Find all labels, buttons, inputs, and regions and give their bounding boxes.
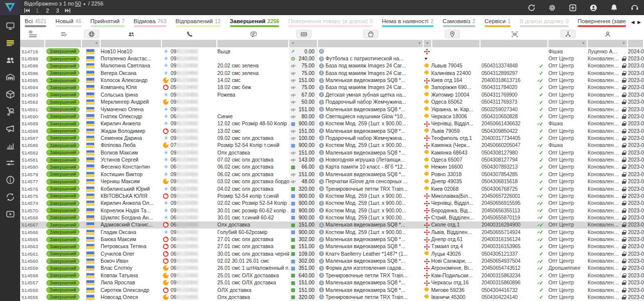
comment-column-icon[interactable] [248,30,259,38]
support-headset-icon[interactable] [630,4,639,12]
filter-cell[interactable] [217,40,288,47]
table-row[interactable]: 514590ЗавершенийГнатюк Олексндр068123456… [20,113,644,120]
table-row[interactable]: 514594ЗавершенийКомпанец Юля05812345618.… [20,84,644,91]
tabs-prev-icon[interactable]: ◀ [631,20,634,25]
table-row[interactable]: 514581ЗавершенийУстинов Сергей0681234560… [20,156,644,163]
status-column-icon[interactable] [58,30,69,38]
tab-Всі[interactable]: Всі4521 [20,15,51,29]
filter-cell[interactable]: ▼ [82,40,100,47]
tab-В дорозі додому[interactable]: В дорозі додому0 [515,15,573,29]
sidebar-item-purchases[interactable] [6,107,15,116]
settings-gear-icon[interactable] [548,4,556,12]
page-number-3[interactable]: 3 [56,8,59,14]
client-name-icon[interactable] [126,30,137,38]
tab-Повернення товару (в дорозі)[interactable]: Повернення товару (в дорозі)0 [284,15,377,29]
sidebar-item-products[interactable] [6,90,15,99]
table-row[interactable]: 514580ЗавершенийФесенко Константин068123… [20,164,644,171]
page-size-dropdown[interactable]: 50 [75,1,81,7]
table-row[interactable]: 514567ЗавершенийАдамовский Станис...0681… [20,221,644,229]
table-row[interactable]: 514576ЗавершенийКобилинський Юрий0681234… [20,185,644,192]
filter-cell[interactable]: ▼ [318,40,423,47]
table-row[interactable]: 514598ЗавершенийМалютина Светлана0981234… [20,62,644,69]
filter-cell[interactable] [432,40,479,47]
table-row[interactable]: 514560ЗавершенийБокоч Иван09812345602.02… [20,257,644,264]
table-row[interactable]: 514586ЗавершенийФіліпова Люба078123456Ро… [20,142,644,149]
tab-Нема в наявності[interactable]: Нема в наявності2 [377,15,438,29]
sidebar-item-dashboard[interactable] [6,21,15,31]
tab-Відмова[interactable]: Відмова763 [129,15,171,29]
table-row[interactable]: 514575ЗавершенийКВІТОВСЬКА ЮЛІЯ098123456… [20,192,644,199]
filter-cell[interactable] [628,40,643,47]
filter-cell[interactable] [162,40,216,47]
filter-cell[interactable] [101,40,161,47]
date-column-icon[interactable] [630,30,641,38]
tracking-barcode-icon[interactable] [509,30,520,38]
page-number-1[interactable]: 1 [36,8,39,14]
source-column-icon[interactable] [560,30,576,38]
notifications-bell-icon[interactable] [610,4,618,12]
sidebar-item-tutorials[interactable] [6,209,15,219]
tab-Новый[interactable]: Новый46 [51,15,86,29]
manager-column-icon[interactable] [602,30,613,38]
sidebar-item-clients[interactable] [6,55,15,65]
id-column-icon[interactable]: ID [27,30,38,38]
filter-cell[interactable]: ▼ [588,40,627,47]
sidebar-item-marketing[interactable] [6,124,15,133]
tab-Завершений[interactable]: Завершений2256 [225,15,284,29]
tab-Прийнятий[interactable]: Прийнятий7 [86,15,129,29]
refresh-icon[interactable] [527,4,536,12]
filter-cell[interactable] [480,40,547,47]
sidebar-item-partners[interactable] [6,192,15,202]
table-row[interactable]: 514568ЗавершенийШумляс Богдана Ан...0681… [20,214,644,221]
table-row[interactable]: 514592ЗавершенийМерклингер Андрей0981234… [20,99,644,106]
app-logo-icon[interactable] [0,0,20,15]
table-row[interactable]: 514579ЗавершенийКостишин Виктор098123456… [20,171,644,178]
table-row[interactable]: 514591ЗавершенийЧумаченко Олена098123456… [20,106,644,113]
sidebar-item-info[interactable] [6,175,15,185]
country-globe-icon[interactable] [84,30,99,38]
table-row[interactable]: 514559ЗавершенийВлас Слотюу06812345626.0… [20,265,644,272]
table-row[interactable]: 514556ЗавершенийСиротюк Олександр0981234… [20,286,644,293]
table-row[interactable]: 514574ЗавершенийКирилич Анжела Ол...0981… [20,200,644,207]
filter-cell[interactable]: ▼ [548,40,587,47]
tab-Самовивіз[interactable]: Самовивіз2 [438,15,480,29]
table-row[interactable]: 514587ЗавершенийСеменюк Дарина0981234560… [20,134,644,141]
filter-cell[interactable]: ▼ [289,40,317,47]
filter-cell[interactable] [45,40,81,47]
table-row[interactable]: 514557ЗавершенийЛила Ярослав09812345625.… [20,279,644,286]
table-row[interactable]: 514558ЗавершенийКовпак Татьяна0981234562… [20,272,644,279]
table-row[interactable]: 514577ЗавершенийЧерниш Максим09812345603… [20,178,644,185]
filter-cell[interactable] [20,40,44,47]
table-row[interactable]: 514582ЗавершенийВолков Максим098123456Ол… [20,149,644,156]
table-row[interactable]: 514593ЗавершенийСольська Ірина098123456Р… [20,91,644,98]
table-row[interactable]: 514555ЗавершенийНовосад Олеся068123456Ол… [20,293,644,300]
table-row[interactable]: 514563ЗавершенийПетровська Тетяна0681234… [20,243,644,250]
payment-column-icon[interactable] [296,30,311,38]
sidebar-item-orders[interactable] [6,38,15,48]
table-row[interactable]: 514599ЗавершенийПотапенко Анастас...0981… [20,55,644,62]
table-row[interactable]: 514561ЗавершенийСучилов Олег06812345630.… [20,250,644,257]
table-row[interactable]: 514589ЗавершенийКирилич Анжела0981234561… [20,120,644,127]
sidebar-item-settings[interactable] [6,158,15,168]
page-number-2[interactable]: 2 [46,8,49,14]
table-row[interactable]: 514596ЗавершенийВегера Оксана09812345620… [20,69,644,77]
tab-Сервіси[interactable]: Сервіси1 [480,15,515,29]
table-row[interactable]: 514595ЗавершенийКолосок Александр0981234… [20,77,644,84]
tab-Відправлений[interactable]: Відправлений12 [171,15,225,29]
delivery-location-icon[interactable] [445,30,460,38]
tabs-next-icon[interactable]: ▶ [637,20,641,25]
sidebar-item-statistics[interactable] [6,141,15,150]
table-row[interactable]: 514565ЗавершенийБаюка Максим06812345627.… [20,236,644,243]
sidebar-item-warehouse[interactable] [6,72,15,82]
table-row[interactable]: 514566ЗавершенийГладик Оксана098123456Го… [20,229,644,236]
add-order-icon[interactable] [569,4,577,12]
product-column-icon[interactable] [363,30,378,38]
first-page-button[interactable] [24,8,30,13]
table-row[interactable]: 514716ЗавершенийНов10 Нов10098123456Выцв… [20,48,644,55]
phone-column-icon[interactable] [184,30,195,38]
filter-cell-dropdown[interactable]: ▼ [424,40,431,47]
profile-icon[interactable] [589,4,598,12]
table-row[interactable]: 514588ЗавершенийЖидак Володимир068123456… [20,127,644,134]
table-row[interactable]: 514570ЗавершенийКорнелюк Надія Та...0981… [20,207,644,214]
last-page-button[interactable] [65,8,70,13]
